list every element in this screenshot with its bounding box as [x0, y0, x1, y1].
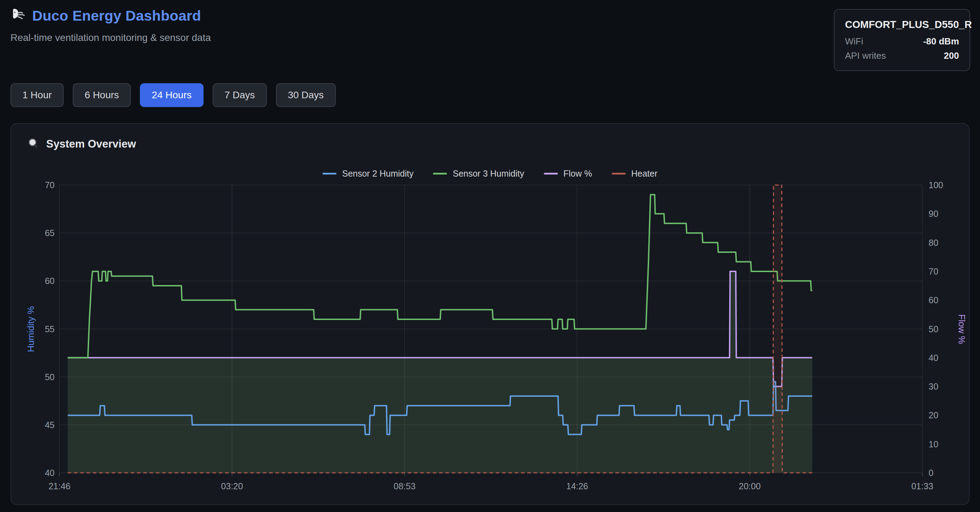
device-row-label: WiFi	[845, 36, 863, 47]
y-right-tick-30: 30	[929, 382, 939, 392]
y-left-tick-70: 70	[45, 180, 54, 190]
y-right-tick-90: 90	[929, 209, 939, 219]
device-row-wifi: WiFi-80 dBm	[845, 36, 959, 47]
y-left-tick-55: 55	[45, 324, 54, 334]
device-status-card: COMFORT_PLUS_D550_R WiFi-80 dBmAPI write…	[834, 9, 970, 71]
system-overview-panel: System Overview Sensor 2 HumiditySensor …	[11, 123, 969, 505]
time-range-button-6-hours[interactable]: 6 Hours	[73, 83, 131, 107]
y-left-tick-45: 45	[45, 420, 54, 430]
device-row-value: 200	[944, 50, 959, 61]
wind-face-icon	[11, 7, 27, 24]
y-right-tick-70: 70	[929, 266, 939, 276]
x-tick-01-33: 01:33	[912, 481, 934, 491]
y-right-tick-100: 100	[929, 180, 943, 190]
device-row-label: API writes	[845, 50, 886, 61]
x-tick-20-00: 20:00	[739, 481, 761, 491]
x-tick-03-20: 03:20	[221, 481, 243, 491]
y-right-tick-10: 10	[929, 439, 939, 449]
header: Duco Energy Dashboard Real-time ventilat…	[11, 7, 211, 43]
y-right-tick-60: 60	[929, 295, 939, 305]
y-left-tick-60: 60	[45, 276, 54, 286]
y-right-tick-80: 80	[929, 237, 939, 248]
time-range-button-1-hour[interactable]: 1 Hour	[11, 83, 64, 107]
x-tick-21-46: 21:46	[49, 481, 71, 491]
page-title: Duco Energy Dashboard	[32, 8, 201, 24]
page-subtitle: Real-time ventilation monitoring & senso…	[11, 32, 211, 43]
axis-labels: 70656055504540100908070605040302010021:4…	[11, 124, 969, 504]
y-left-tick-40: 40	[45, 468, 54, 478]
time-range-button-7-days[interactable]: 7 Days	[213, 83, 267, 107]
device-row-value: -80 dBm	[923, 36, 959, 47]
device-rows: WiFi-80 dBmAPI writes200	[845, 36, 959, 61]
flow-axis-title: Flow %	[956, 314, 967, 344]
y-right-tick-20: 20	[929, 410, 939, 420]
y-left-tick-65: 65	[45, 228, 54, 238]
y-right-tick-50: 50	[929, 324, 939, 334]
x-tick-14-26: 14:26	[566, 481, 588, 491]
device-row-api-writes: API writes200	[845, 50, 959, 61]
x-tick-08-53: 08:53	[394, 481, 416, 491]
y-right-tick-0: 0	[929, 468, 934, 478]
device-name: COMFORT_PLUS_D550_R	[845, 19, 959, 30]
time-range-selector: 1 Hour6 Hours24 Hours7 Days30 Days	[11, 83, 336, 107]
y-right-tick-40: 40	[929, 353, 939, 363]
time-range-button-24-hours[interactable]: 24 Hours	[140, 83, 204, 107]
y-left-tick-50: 50	[45, 372, 54, 382]
time-range-button-30-days[interactable]: 30 Days	[276, 83, 336, 107]
humidity-axis-title: Humidity %	[25, 306, 37, 352]
